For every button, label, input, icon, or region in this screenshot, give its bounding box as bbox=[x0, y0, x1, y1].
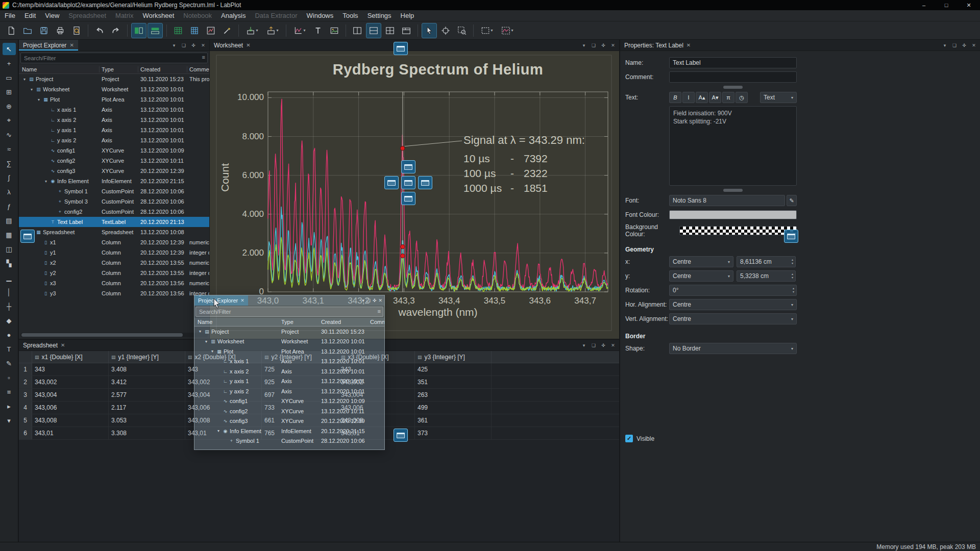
dock-button[interactable]: ✜ bbox=[373, 298, 377, 303]
tree-row[interactable]: ∟y axis 1 Axis 13.12.2020 10:01 bbox=[19, 125, 209, 135]
dock-button[interactable]: ✜ bbox=[189, 41, 198, 49]
dock-button[interactable]: ✕ bbox=[970, 41, 978, 49]
tool-button[interactable]: ▫ bbox=[3, 371, 16, 384]
tree-row[interactable]: ∿config1 XYCurve 13.12.2020 10:09 bbox=[19, 145, 209, 156]
search-input[interactable] bbox=[195, 307, 383, 317]
toolbar-button[interactable]: ▾ bbox=[263, 23, 282, 38]
tree-row[interactable]: ∟x axis 1 Axis 13.12.2020 10:01 bbox=[19, 105, 209, 115]
tree-row[interactable]: ▯y2 Column 20.12.2020 13:55 integer da..… bbox=[19, 268, 209, 278]
toolbar-button[interactable]: ▾ bbox=[92, 23, 107, 38]
tree-row[interactable]: ∟x axis 2 Axis 13.12.2020 10:01 bbox=[19, 115, 209, 125]
tree-row[interactable]: ∟y axis 2 Axis 13.12.2020 10:01 bbox=[194, 386, 384, 396]
toolbar-button[interactable]: ▾ bbox=[166, 24, 167, 37]
menu-item[interactable]: Help bbox=[396, 12, 419, 19]
tool-button[interactable]: ƒ bbox=[3, 200, 16, 212]
tree-row[interactable]: ▾◉Info Element InfoElement 20.12.2020 21… bbox=[19, 176, 209, 186]
floating-titlebar[interactable]: Project Explorer ✕ ▾❏✜✕ bbox=[194, 295, 384, 306]
y-value-spinner[interactable]: 5,3238 cm▴▾ bbox=[737, 270, 796, 282]
tree-row[interactable]: ▯y3 Column 20.12.2020 13:56 integer da..… bbox=[19, 288, 209, 298]
dock-indicator-bottom-edge[interactable] bbox=[394, 429, 408, 442]
tool-button[interactable]: ▭ bbox=[3, 71, 16, 84]
tree-row[interactable]: ▯x1 Column 20.12.2020 12:39 numerical bbox=[19, 237, 209, 247]
toolbar-button[interactable]: ▾ bbox=[454, 23, 470, 38]
expander-icon[interactable]: ▾ bbox=[29, 87, 34, 92]
tab-properties[interactable]: Properties: Text Label ✕ bbox=[620, 40, 695, 51]
dock-button[interactable]: ✕ bbox=[609, 341, 617, 349]
menu-item[interactable]: Analysis bbox=[216, 12, 250, 19]
horizontal-scrollbar[interactable] bbox=[20, 333, 208, 337]
column-header-created[interactable]: Created bbox=[138, 66, 187, 72]
tool-button[interactable]: ◫ bbox=[3, 243, 16, 255]
tool-button[interactable]: ▾ bbox=[3, 414, 16, 427]
toolbar-button[interactable]: ▾ bbox=[69, 23, 84, 38]
toolbar-button[interactable]: ▾ bbox=[20, 23, 35, 38]
tree-row[interactable]: +Symbol 1 CustomPoint 28.12.2020 10:06 bbox=[19, 186, 209, 196]
tool-button[interactable]: ▚ bbox=[3, 257, 16, 269]
tree-row[interactable]: ▾▦Plot Plot Area 13.12.2020 10:01 bbox=[19, 94, 209, 105]
tree-row[interactable]: +Symbol 3 CustomPoint 28.12.2020 10:06 bbox=[19, 196, 209, 207]
close-icon[interactable]: ✕ bbox=[69, 42, 74, 48]
format-button[interactable]: B bbox=[669, 92, 681, 103]
tree-row[interactable]: ∿config3 XYCurve 20.12.2020 12:39 bbox=[194, 416, 384, 427]
dock-button[interactable]: ▾ bbox=[941, 41, 949, 49]
tree-row[interactable]: ▾▥Worksheet Worksheet 13.12.2020 10:01 bbox=[19, 84, 209, 94]
tree-row[interactable]: ▯x2 Column 20.12.2020 13:55 numerical bbox=[19, 258, 209, 268]
toolbar-button[interactable]: ▾ bbox=[203, 23, 218, 38]
menu-item[interactable]: Tools bbox=[338, 12, 362, 19]
format-button[interactable]: A▴ bbox=[696, 92, 708, 103]
toolbar-button[interactable]: ▾ bbox=[219, 23, 235, 38]
toolbar-button[interactable]: ▾ bbox=[131, 23, 146, 38]
text-mode-select[interactable]: Text ▾ bbox=[760, 92, 797, 103]
tool-button[interactable]: ≡ bbox=[3, 386, 16, 398]
menu-item[interactable]: Settings bbox=[363, 12, 396, 19]
dock-button[interactable]: ✕ bbox=[199, 41, 207, 49]
tool-button[interactable]: ≈ bbox=[3, 143, 16, 155]
tool-button[interactable]: ↖ bbox=[3, 43, 16, 55]
menu-item[interactable]: Worksheet bbox=[138, 12, 179, 19]
dock-button[interactable]: ✕ bbox=[609, 41, 617, 49]
toolbar-button[interactable]: ▾ bbox=[238, 24, 239, 37]
tree-row[interactable]: ▯x3 Column 20.12.2020 13:56 numerical bbox=[19, 278, 209, 288]
dock-button[interactable]: ✜ bbox=[960, 41, 968, 49]
tree-row[interactable]: ∟x axis 2 Axis 13.12.2020 10:01 bbox=[194, 366, 384, 377]
tree-row[interactable]: ∿config3 XYCurve 20.12.2020 12:39 bbox=[19, 166, 209, 176]
filter-icon[interactable]: ≡ bbox=[202, 54, 205, 60]
visible-checkbox[interactable]: ✓ bbox=[625, 435, 633, 442]
column-header[interactable]: ▤x1 {Double} [X] bbox=[32, 351, 109, 363]
close-icon[interactable]: ✕ bbox=[61, 342, 65, 348]
tool-button[interactable]: ◆ bbox=[3, 314, 16, 327]
toolbar-button[interactable]: ▾ bbox=[477, 23, 497, 38]
menu-item[interactable]: Notebook bbox=[179, 12, 216, 19]
tool-button[interactable]: ⌖ bbox=[3, 114, 16, 127]
menu-item[interactable]: File bbox=[0, 12, 20, 19]
toolbar-button[interactable]: ▾ bbox=[286, 24, 286, 37]
close-icon[interactable]: ✕ bbox=[240, 298, 244, 303]
window-control-button[interactable]: □ bbox=[935, 0, 958, 10]
dock-button[interactable]: ✕ bbox=[378, 298, 382, 303]
dock-indicator-center-top[interactable] bbox=[401, 160, 415, 173]
toolbar-button[interactable]: ▾ bbox=[242, 23, 262, 38]
dock-indicator-center-bottom[interactable] bbox=[401, 192, 415, 205]
tool-button[interactable]: │ bbox=[3, 286, 16, 298]
dock-button[interactable]: ❏ bbox=[950, 41, 959, 49]
spinner-arrows-icon[interactable]: ▴▾ bbox=[792, 258, 793, 265]
menu-item[interactable]: View bbox=[40, 12, 64, 19]
tool-button[interactable]: ∿ bbox=[3, 129, 16, 141]
comment-field[interactable] bbox=[669, 71, 797, 83]
toolbar-button[interactable]: ▾ bbox=[88, 24, 88, 37]
toolbar-button[interactable]: ▾ bbox=[422, 23, 437, 38]
tool-button[interactable]: ▤ bbox=[3, 214, 16, 227]
column-header-name[interactable]: Name bbox=[19, 66, 100, 72]
tree-row[interactable]: +config2 CustomPoint 28.12.2020 10:06 bbox=[19, 207, 209, 217]
format-button[interactable]: π bbox=[722, 92, 734, 103]
tree-row[interactable]: ∿config2 XYCurve 13.12.2020 10:11 bbox=[194, 406, 384, 416]
tree-row[interactable]: ∟x axis 1 Axis 13.12.2020 10:01 bbox=[194, 357, 384, 367]
font-colour-swatch[interactable] bbox=[669, 210, 797, 219]
shape-select[interactable]: No Border▾ bbox=[669, 343, 797, 354]
tree-row[interactable]: ∟y axis 2 Axis 13.12.2020 10:01 bbox=[19, 135, 209, 145]
tree-row[interactable]: TText Label TextLabel 20.12.2020 21:13 bbox=[19, 217, 209, 227]
toolbar-button[interactable]: ▾ bbox=[399, 23, 414, 38]
tree-row[interactable]: ∿config1 XYCurve 13.12.2020 10:09 bbox=[194, 396, 384, 407]
toolbar-button[interactable]: ▾ bbox=[148, 23, 163, 38]
x-value-spinner[interactable]: 8,61136 cm▴▾ bbox=[737, 256, 796, 267]
